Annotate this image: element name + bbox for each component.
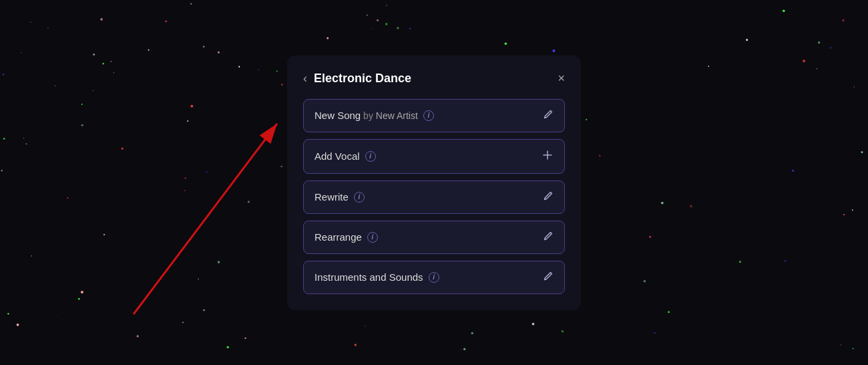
- menu-item-rewrite[interactable]: Rewritei: [303, 180, 565, 214]
- info-icon-add-vocal[interactable]: i: [365, 151, 376, 162]
- menu-item-label-new-song: New Song by New Artist: [314, 110, 418, 121]
- menu-item-new-song[interactable]: New Song by New Artisti: [303, 99, 565, 132]
- menu-list: New Song by New Artisti Add Vocali Rewri…: [303, 99, 565, 294]
- pencil-icon-instruments-and-sounds[interactable]: [543, 271, 554, 284]
- menu-item-left-instruments-and-sounds: Instruments and Soundsi: [314, 271, 439, 283]
- modal-overlay: ‹ Electronic Dance × New Song by New Art…: [0, 0, 868, 365]
- modal: ‹ Electronic Dance × New Song by New Art…: [287, 55, 581, 310]
- info-icon-rearrange[interactable]: i: [367, 232, 378, 243]
- menu-item-rearrange[interactable]: Rearrangei: [303, 221, 565, 254]
- menu-item-add-vocal[interactable]: Add Vocali: [303, 139, 565, 174]
- modal-header-left: ‹ Electronic Dance: [303, 72, 411, 86]
- menu-item-left-rearrange: Rearrangei: [314, 231, 378, 243]
- close-button[interactable]: ×: [558, 72, 565, 84]
- info-icon-instruments-and-sounds[interactable]: i: [429, 272, 439, 283]
- menu-item-label-rewrite: Rewrite: [314, 191, 349, 203]
- menu-item-label-instruments-and-sounds: Instruments and Sounds: [314, 271, 423, 283]
- back-button[interactable]: ‹: [303, 72, 307, 84]
- menu-item-label-add-vocal: Add Vocal: [314, 150, 360, 162]
- info-icon-rewrite[interactable]: i: [354, 192, 365, 203]
- menu-item-instruments-and-sounds[interactable]: Instruments and Soundsi: [303, 261, 565, 294]
- plus-icon-add-vocal[interactable]: [541, 149, 554, 164]
- pencil-icon-rearrange[interactable]: [543, 231, 554, 244]
- menu-item-label-rearrange: Rearrange: [314, 231, 362, 243]
- menu-item-left-add-vocal: Add Vocali: [314, 150, 376, 162]
- pencil-icon-new-song[interactable]: [543, 109, 554, 122]
- modal-title: Electronic Dance: [314, 72, 411, 86]
- menu-item-left-rewrite: Rewritei: [314, 191, 365, 203]
- pencil-icon-rewrite[interactable]: [543, 191, 554, 204]
- info-icon-new-song[interactable]: i: [423, 110, 434, 121]
- menu-item-left-new-song: New Song by New Artisti: [314, 110, 434, 121]
- modal-header: ‹ Electronic Dance ×: [303, 72, 565, 86]
